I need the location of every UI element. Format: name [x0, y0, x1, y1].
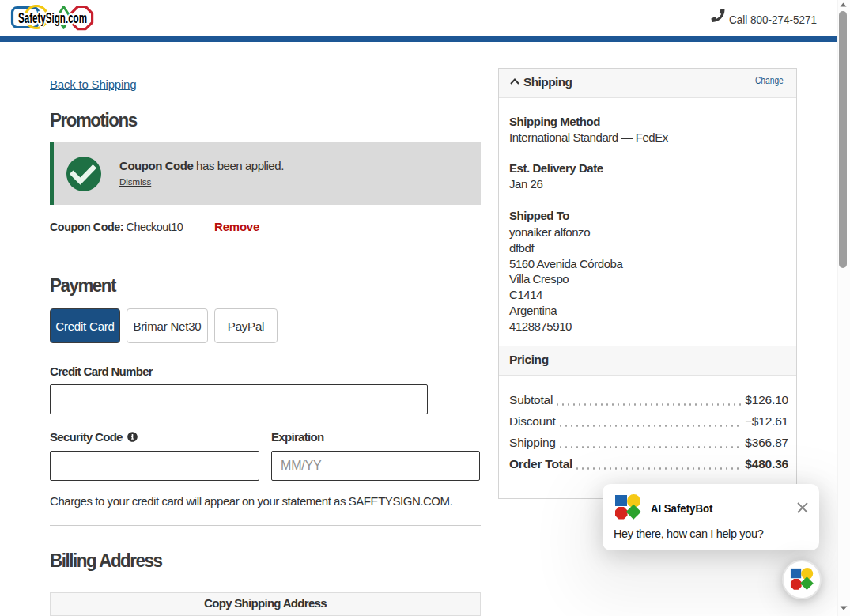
- svg-text:SafetySign.com: SafetySign.com: [18, 10, 87, 26]
